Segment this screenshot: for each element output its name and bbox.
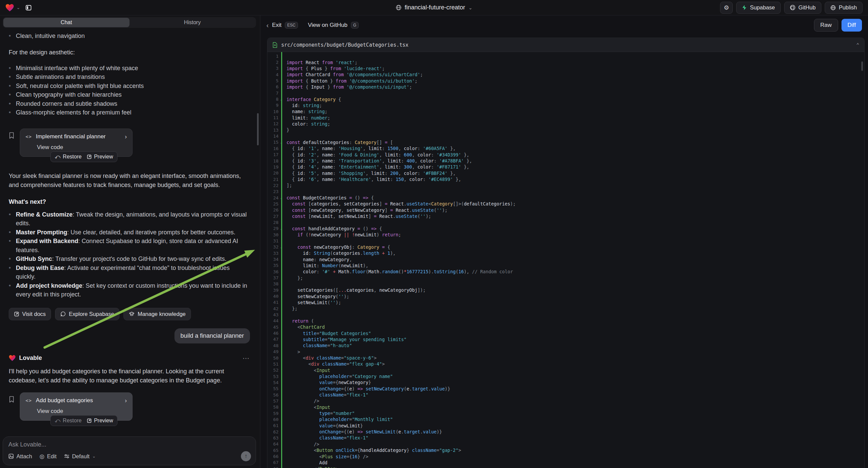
restore-icon: ⤺ <box>55 154 60 160</box>
external-link-icon <box>87 418 92 423</box>
chat-composer[interactable]: Ask Lovable... Attach ◎ Edit Default ⌄ ↑ <box>3 436 256 465</box>
code-line: 54 value={newCategory} <box>268 379 864 385</box>
publish-button[interactable]: Publish <box>825 2 863 14</box>
code-line: 46 title="Budget Categories" <box>268 330 864 336</box>
line-number: 39 <box>268 288 278 293</box>
line-number: 49 <box>268 349 278 354</box>
code-line: 12 color: string; <box>268 121 864 127</box>
code-line: 17 { id: '2', name: 'Food & Dining', lim… <box>268 152 864 158</box>
line-number: 4 <box>268 72 278 77</box>
image-attach-icon <box>8 454 14 459</box>
list-item: •Soft, neutral color palette with light … <box>9 82 250 91</box>
explore-supabase-button[interactable]: Explore Supabase <box>55 308 119 320</box>
code-body[interactable]: 12import React from 'react';3import { Pl… <box>268 52 864 468</box>
code-line: 1 <box>268 53 864 59</box>
collapse-chevron-up-icon[interactable]: ⌃ <box>856 42 859 48</box>
chevron-left-icon: ‹ <box>267 22 269 29</box>
code-line: 9 id: string; <box>268 103 864 109</box>
github-button[interactable]: GitHub <box>784 2 822 14</box>
line-number: 53 <box>268 374 278 379</box>
edit-mode-button[interactable]: ◎ Edit <box>39 453 57 460</box>
view-code-link[interactable]: View code <box>37 144 127 151</box>
attach-button[interactable]: Attach <box>8 453 32 460</box>
code-line: 20 { id: '5', name: 'Shopping', limit: 2… <box>268 170 864 176</box>
line-number: 65 <box>268 448 278 453</box>
line-number: 36 <box>268 269 278 274</box>
version-card-implement-financial-planner[interactable]: <> Implement financial planner › View co… <box>20 128 132 157</box>
version-card-add-budget-categories[interactable]: <> Add budget categories › View code ⤺ R… <box>20 392 132 421</box>
diff-toggle-button[interactable]: Diff <box>841 19 862 32</box>
code-line: 56 className="flex-1" <box>268 392 864 398</box>
line-number: 21 <box>268 177 278 182</box>
code-line: 26 const [newCategory, setNewCategory] =… <box>268 207 864 213</box>
code-line: 15⌄const defaultCategories: Category[] =… <box>268 139 864 145</box>
code-line: 7 <box>268 90 864 96</box>
bookmark-icon[interactable] <box>9 396 14 421</box>
bookmark-icon[interactable] <box>9 132 14 157</box>
raw-toggle-button[interactable]: Raw <box>814 19 838 32</box>
manage-knowledge-button[interactable]: Manage knowledge <box>123 308 191 320</box>
settings-button[interactable]: ⚙ <box>720 2 733 14</box>
file-added-icon <box>273 42 277 48</box>
line-number: 66 <box>268 454 278 459</box>
message-menu-button[interactable]: ⋯ <box>243 354 250 362</box>
lovable-heart-icon <box>9 355 16 361</box>
view-code-link[interactable]: View code <box>37 408 127 415</box>
line-number: 28 <box>268 220 278 225</box>
line-number: 29 <box>268 226 278 231</box>
supabase-button[interactable]: Supabase <box>736 2 780 14</box>
code-line: 37 }; <box>268 274 864 281</box>
preview-button[interactable]: Preview <box>87 154 113 160</box>
exit-button[interactable]: ‹ Exit ESC <box>267 22 298 29</box>
code-scrollbar-thumb[interactable] <box>861 61 863 71</box>
assistant-header: Lovable ⋯ <box>9 354 250 362</box>
line-number: 5 <box>268 78 278 83</box>
arrow-up-icon: ↑ <box>245 453 248 460</box>
line-number: 7 <box>268 91 278 96</box>
line-number: 38 <box>268 281 278 286</box>
line-number: 17 <box>268 152 278 157</box>
project-switcher[interactable]: financial-future-creator ⌄ <box>396 4 472 11</box>
list-item: •Debug with Ease: Activate our experimen… <box>9 264 250 281</box>
restore-button[interactable]: ⤺ Restore <box>55 418 82 424</box>
preview-button[interactable]: Preview <box>87 418 113 424</box>
line-number: 44 <box>268 318 278 323</box>
target-circle-icon: ◎ <box>39 453 44 460</box>
visit-docs-button[interactable]: Visit docs <box>9 308 51 320</box>
restore-icon: ⤺ <box>55 418 60 424</box>
code-line: 10 name: string; <box>268 109 864 115</box>
model-select[interactable]: Default ⌄ <box>64 453 96 460</box>
code-line: 60 placeholder="Monthly limit" <box>268 416 864 422</box>
tab-chat[interactable]: Chat <box>3 18 129 27</box>
chat-scroll-area[interactable]: • Clean, intuitive navigation For the de… <box>0 30 255 436</box>
list-item: •Subtle animations and transitions <box>9 72 250 82</box>
code-line: 6import { Input } from '@/components/ui/… <box>268 84 864 90</box>
code-line: 30 if (!newCategory || !newLimit) return… <box>268 232 864 238</box>
code-line: 41 setNewLimit(''); <box>268 299 864 305</box>
lovable-logo-heart-icon[interactable] <box>5 4 14 12</box>
list-item: •Master Prompting: Use clear, detailed, … <box>9 228 250 237</box>
line-number: 8 <box>268 97 278 102</box>
chat-scrollbar-thumb[interactable] <box>257 113 259 145</box>
line-number: 32 <box>268 244 278 250</box>
line-number: 43 <box>268 312 278 317</box>
tab-history[interactable]: History <box>129 18 256 27</box>
code-line: 45 <ChartCard <box>268 324 864 330</box>
top-bar: ⌄ financial-future-creator ⌄ ⚙ Supabase … <box>0 0 868 16</box>
line-number: 42 <box>268 306 278 311</box>
sidebar-toggle-icon[interactable] <box>23 3 34 13</box>
code-line: 18 { id: '3', name: 'Transportation', li… <box>268 158 864 164</box>
workspace-chevron-down-icon[interactable]: ⌄ <box>17 5 20 10</box>
chat-input[interactable]: Ask Lovable... <box>8 441 250 448</box>
line-number: 48 <box>268 343 278 348</box>
code-line: 31 <box>268 238 864 244</box>
send-button[interactable]: ↑ <box>241 451 251 461</box>
file-header[interactable]: src/components/budget/BudgetCategories.t… <box>268 38 864 52</box>
code-line: 43 <box>268 312 864 318</box>
line-number: 31 <box>268 238 278 243</box>
restore-button[interactable]: ⤺ Restore <box>55 154 82 160</box>
list-item: •Add project knowledge: Set key context … <box>9 281 250 299</box>
view-on-github-button[interactable]: View on GitHub G <box>308 22 359 29</box>
code-line: 19 { id: '4', name: 'Entertainment', lim… <box>268 164 864 170</box>
line-number: 59 <box>268 411 278 416</box>
